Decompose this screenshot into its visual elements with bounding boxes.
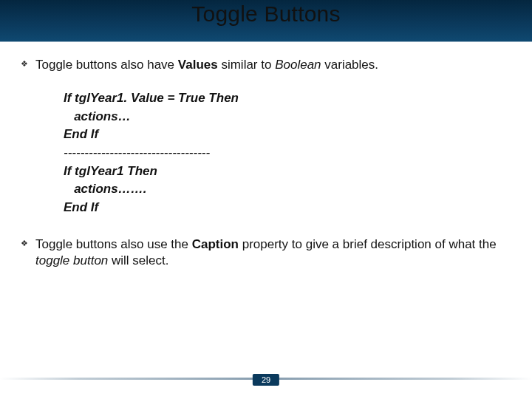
page-number: 29 (253, 374, 279, 386)
slide-title: Toggle Buttons (0, 1, 532, 27)
bold-text: Caption (192, 237, 239, 251)
text-fragment: similar to (218, 58, 275, 72)
text-fragment: Toggle buttons also have (35, 58, 178, 72)
slide: Toggle Buttons ❖ Toggle buttons also hav… (0, 0, 532, 399)
bullet-text: Toggle buttons also use the Caption prop… (35, 236, 505, 269)
bullet-item: ❖ Toggle buttons also use the Caption pr… (21, 236, 505, 269)
code-block: If tglYear1. Value = True Then actions… … (64, 89, 505, 216)
code-line: If tglYear1 Then (64, 163, 505, 181)
slide-footer: 29 (0, 375, 532, 393)
text-fragment: variables. (321, 58, 378, 72)
diamond-bullet-icon: ❖ (21, 60, 31, 68)
text-fragment: Toggle buttons also use the (35, 237, 192, 251)
text-fragment: will select. (108, 253, 168, 267)
text-fragment: property to give a brief description of … (239, 237, 497, 251)
italic-text: toggle button (35, 253, 108, 267)
bold-text: Values (178, 58, 218, 72)
code-separator: ----------------------------------- (64, 144, 505, 163)
bullet-text: Toggle buttons also have Values similar … (35, 57, 505, 73)
code-line: actions……. (64, 180, 505, 199)
diamond-bullet-icon: ❖ (21, 239, 31, 248)
code-line: End If (64, 199, 505, 217)
code-line: actions… (64, 108, 505, 126)
bullet-item: ❖ Toggle buttons also have Values simila… (21, 57, 505, 73)
slide-body: ❖ Toggle buttons also have Values simila… (0, 42, 532, 269)
code-line: End If (64, 126, 505, 144)
italic-text: Boolean (275, 58, 321, 72)
slide-header: Toggle Buttons (0, 0, 532, 42)
code-line: If tglYear1. Value = True Then (64, 89, 505, 108)
